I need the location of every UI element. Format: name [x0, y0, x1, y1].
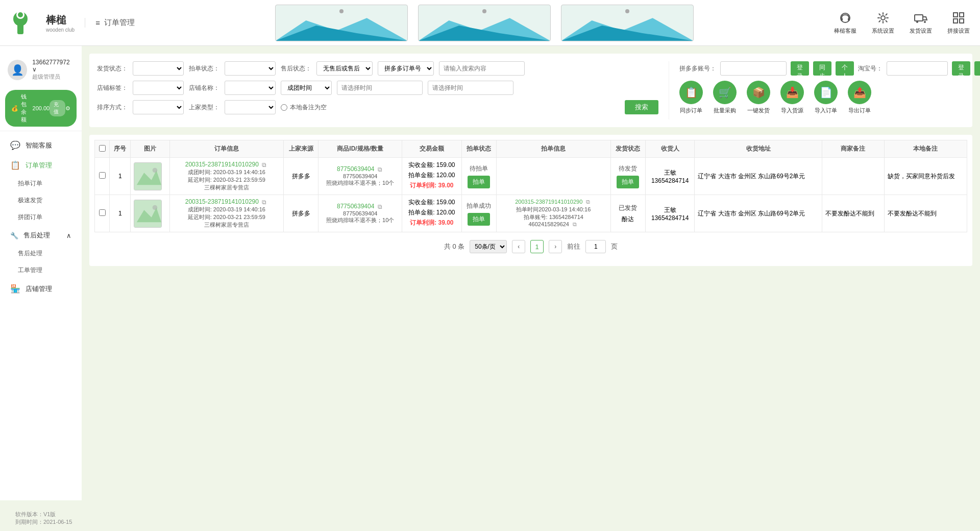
goto-page-input[interactable] — [585, 240, 606, 253]
logo-area: 棒槌 wooden club ≡ 订单管理 — [10, 8, 135, 38]
col-seq: 序号 — [110, 140, 131, 158]
action-bulk-purchase[interactable]: 🛒 批量采购 — [713, 81, 737, 114]
gear-icon — [876, 11, 890, 25]
sidebar-item-ticket[interactable]: 工单管理 — [0, 262, 82, 279]
nav-item-ship-settings[interactable]: 发货设置 — [910, 11, 932, 35]
nav-item-splice-settings[interactable]: 拼接设置 — [947, 11, 970, 35]
table-row: 1 200315-238719141010290⧉ — [95, 195, 967, 232]
taobao-account-input[interactable] — [887, 61, 948, 76]
row2-product-info: 87750639404⧉ 87750639404 照烧鸡排味不退不换；10个 — [318, 195, 402, 232]
action-one-click-ship[interactable]: 📦 一键发货 — [747, 81, 770, 114]
local-empty-radio[interactable] — [281, 104, 287, 111]
taobao-login-button[interactable]: 登录 — [952, 61, 970, 76]
search-input[interactable] — [439, 61, 525, 76]
taobao-sync-button[interactable]: 同步 — [974, 61, 980, 76]
sidebar-item-group-order[interactable]: 拼团订单 — [0, 209, 82, 226]
row1-bid-amount: 拍单金额: 120.00 — [405, 171, 458, 180]
sort-select[interactable] — [133, 100, 184, 114]
row2-ship-status-text: 已发货 — [614, 204, 642, 212]
row2-order-info: 200315-238719141010290⧉ 成团时间: 2020-03-19… — [169, 195, 284, 232]
col-checkbox — [95, 140, 110, 158]
pdd-login-button[interactable]: 登录 — [791, 61, 809, 76]
next-page-button[interactable]: › — [549, 240, 562, 253]
settings-icon-small[interactable]: ⚙ — [65, 105, 70, 112]
send-status-label: 发货状态： — [97, 64, 128, 73]
search-button[interactable]: 搜索 — [625, 100, 658, 114]
local-empty-label: 本地备注为空 — [290, 103, 327, 112]
row2-image — [131, 195, 169, 232]
row1-order-id-link[interactable]: 200315-238719141010290 — [185, 161, 259, 168]
pdd-my-center-button[interactable]: 个人中心 — [836, 61, 854, 76]
row2-checkbox[interactable] — [99, 209, 106, 216]
banner-dot-3 — [625, 9, 629, 13]
prev-page-button[interactable]: ‹ — [512, 240, 525, 253]
svg-rect-12 — [848, 18, 850, 21]
time-end-input[interactable] — [428, 81, 513, 95]
nav-item-settings[interactable]: 系统设置 — [872, 11, 894, 35]
shop-tag-select[interactable] — [133, 81, 184, 95]
sidebar-item-aftersale[interactable]: 🔧 售后处理 ∧ — [0, 226, 82, 245]
row2-bid-status: 拍单成功 拍单 — [461, 195, 496, 232]
row2-product-id-link[interactable]: 87750639404 — [337, 203, 374, 210]
row2-bid-pay-copy-icon[interactable]: ⧉ — [571, 221, 578, 228]
banner-2[interactable] — [418, 5, 551, 41]
pdd-account-input[interactable] — [720, 61, 787, 76]
row1-image — [131, 158, 169, 195]
shop-name-select[interactable] — [225, 81, 276, 95]
row1-profit: 订单利润: 39.00 — [405, 181, 458, 190]
select-all-checkbox[interactable] — [99, 145, 106, 152]
action-import-order[interactable]: 📄 导入订单 — [814, 81, 838, 114]
sidebar: 👤 13662777972 ∨ 超级管理员 💰 钱包余额 200.00 充值 ⚙… — [0, 46, 82, 500]
svg-rect-18 — [960, 13, 964, 17]
banner-3[interactable] — [561, 5, 694, 41]
col-receiver: 收货人 — [645, 140, 695, 158]
row2-product-copy-icon[interactable]: ⧉ — [376, 203, 383, 210]
sidebar-item-bid-order[interactable]: 拍单订单 — [0, 175, 82, 192]
row1-product-copy-icon[interactable]: ⧉ — [376, 166, 383, 173]
per-page-select[interactable]: 50条/页 — [470, 240, 507, 253]
row1-ship-button[interactable]: 拍单 — [617, 176, 639, 188]
bulk-purchase-label: 批量采购 — [714, 107, 736, 114]
sync-order-label: 同步订单 — [680, 107, 702, 114]
row2-bid-copy-icon[interactable]: ⧉ — [584, 199, 592, 206]
sidebar-item-shop[interactable]: 🏪 店铺管理 — [0, 279, 82, 299]
nav-item-customer-service[interactable]: 棒槌客服 — [834, 11, 856, 35]
order-type-select[interactable]: 拼多多订单号 — [378, 61, 434, 76]
row2-order-id-link[interactable]: 200315-238719141010290 — [185, 198, 259, 205]
sidebar-item-customer-service[interactable]: 💬 智能客服 — [0, 135, 82, 155]
sidebar-item-aftersale-sub[interactable]: 售后处理 — [0, 245, 82, 262]
supplier-type-select[interactable] — [225, 100, 276, 114]
row2-bid-pay-no: 4602415829624 — [528, 221, 569, 227]
send-status-select[interactable] — [133, 61, 184, 76]
row1-copy-icon[interactable]: ⧉ — [261, 161, 268, 168]
action-sync-order[interactable]: 📋 同步订单 — [679, 81, 703, 114]
charge-button[interactable]: 充值 — [50, 100, 65, 116]
sidebar-label-ticket: 工单管理 — [18, 267, 42, 274]
import-source-label: 导入货源 — [781, 107, 803, 114]
row2-copy-icon[interactable]: ⧉ — [261, 199, 268, 206]
pdd-sync-button[interactable]: 同步 — [813, 61, 831, 76]
sale-status-select[interactable]: 无售后或售后 — [316, 61, 373, 76]
sidebar-label-customer-service: 智能客服 — [26, 141, 52, 150]
row1-checkbox[interactable] — [99, 172, 106, 179]
action-export-order[interactable]: 📤 导出订单 — [848, 81, 871, 114]
bid-status-select[interactable] — [225, 61, 276, 76]
row1-product-id-link[interactable]: 87750639404 — [337, 165, 374, 173]
row2-bid-order-id[interactable]: 200315-238719141010290 — [515, 199, 582, 205]
sidebar-item-quick-ship[interactable]: 极速发货 — [0, 192, 82, 209]
time-type-select[interactable]: 成团时间 — [281, 81, 332, 95]
row2-bid-button[interactable]: 拍单 — [468, 213, 490, 226]
time-start-input[interactable] — [337, 81, 423, 95]
user-avatar: 👤 — [8, 60, 27, 80]
row1-bid-button[interactable]: 拍单 — [468, 176, 490, 188]
svg-point-23 — [153, 167, 158, 173]
page-title: 订单管理 — [104, 18, 135, 28]
sidebar-label-bid-order: 拍单订单 — [18, 180, 42, 187]
action-import-source[interactable]: 📥 导入货源 — [780, 81, 804, 114]
row1-product-id2: 87750639404 — [322, 173, 399, 179]
user-detail: 13662777972 ∨ 超级管理员 — [32, 59, 74, 81]
svg-point-2 — [18, 12, 23, 17]
banner-1[interactable] — [275, 5, 408, 41]
sidebar-item-order-management[interactable]: 📋 订单管理 — [0, 155, 82, 175]
col-order-info: 订单信息 — [169, 140, 284, 158]
